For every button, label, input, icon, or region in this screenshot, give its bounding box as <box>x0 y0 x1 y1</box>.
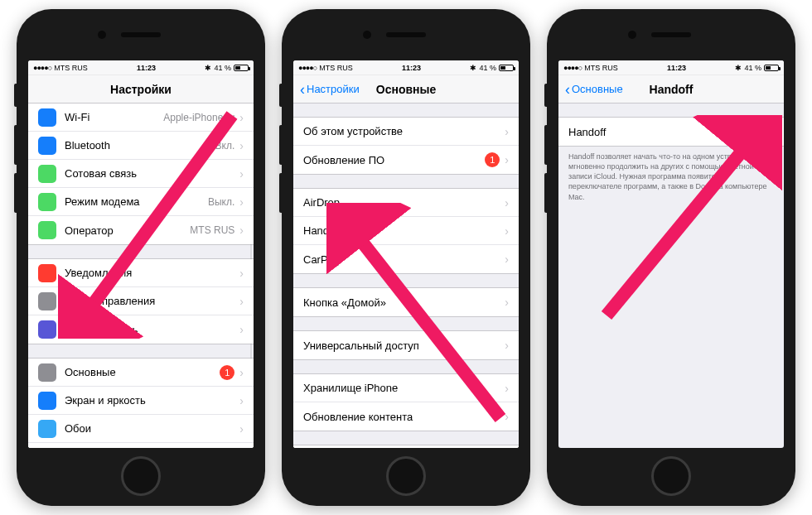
handoff-toggle[interactable] <box>741 122 774 142</box>
row-label: Handoff <box>303 224 505 237</box>
settings-row[interactable]: ОператорMTS RUS› <box>28 216 254 244</box>
group-accessibility: Универсальный доступ› <box>293 330 519 360</box>
home-button[interactable] <box>121 456 161 496</box>
row-badge: 1 <box>220 365 234 380</box>
phone-frame: ●●●●○ MTS RUS 11:23 ✱ 41 % ‹ Основные Ha… <box>547 9 795 506</box>
group-about: Об этом устройстве›Обновление ПО1› <box>293 117 519 175</box>
general-list[interactable]: Об этом устройстве›Обновление ПО1› AirDr… <box>293 103 519 448</box>
row-icon <box>38 193 56 211</box>
bluetooth-icon: ✱ <box>205 64 211 72</box>
chevron-right-icon: › <box>505 339 509 352</box>
settings-row[interactable]: Не беспокоить› <box>28 315 254 344</box>
settings-row[interactable]: Основные1› <box>28 359 254 387</box>
handoff-content: Handoff Handoff позволяет начать что-то … <box>558 103 784 448</box>
chevron-right-icon: › <box>505 253 509 266</box>
nav-bar: Настройки <box>28 75 254 103</box>
row-label: Сотовая связь <box>65 167 239 180</box>
row-detail: Apple-iPhone.ru <box>163 112 234 123</box>
back-label: Основные <box>572 83 623 95</box>
settings-row[interactable]: Handoff› <box>293 217 519 245</box>
settings-row[interactable]: Обои› <box>28 415 254 443</box>
row-label: Не беспокоить <box>65 324 239 336</box>
screen-general: ●●●●○ MTS RUS 11:23 ✱ 41 % ‹ Настройки О… <box>293 60 519 448</box>
chevron-right-icon: › <box>239 167 244 180</box>
settings-row[interactable]: Обновление ПО1› <box>293 146 519 174</box>
home-button[interactable] <box>651 456 691 496</box>
settings-row[interactable]: Об этом устройстве› <box>293 118 519 146</box>
settings-row[interactable]: Wi-FiApple-iPhone.ru› <box>28 103 254 132</box>
settings-row[interactable]: AirDrop› <box>293 189 519 217</box>
chevron-right-icon: › <box>505 153 509 166</box>
settings-row[interactable]: Режим модемаВыкл.› <box>28 188 254 216</box>
screen-handoff: ●●●●○ MTS RUS 11:23 ✱ 41 % ‹ Основные Ha… <box>558 60 784 448</box>
chevron-right-icon: › <box>239 111 244 124</box>
group-restrictions: ОграниченияВыкл.› <box>293 445 519 448</box>
chevron-left-icon: ‹ <box>300 82 305 97</box>
group-handoff: Handoff <box>558 117 784 147</box>
settings-row[interactable]: Экран и яркость› <box>28 387 254 415</box>
row-handoff-toggle[interactable]: Handoff <box>558 118 784 146</box>
row-detail: Выкл. <box>208 196 234 208</box>
settings-row[interactable]: ОграниченияВыкл.› <box>293 445 519 448</box>
back-label: Настройки <box>307 83 360 95</box>
signal-icon: ●●●●○ <box>563 64 582 72</box>
group-connectivity: AirDrop›Handoff›CarPlay› <box>293 188 519 274</box>
row-label: Handoff <box>568 126 741 138</box>
settings-list[interactable]: Wi-FiApple-iPhone.ru›BluetoothВкл.›Сотов… <box>28 103 254 448</box>
row-label: Обои <box>65 422 239 435</box>
toggle-knob <box>756 123 772 140</box>
status-time: 11:23 <box>618 64 736 72</box>
bluetooth-icon: ✱ <box>735 64 742 72</box>
phone-camera <box>98 31 106 39</box>
settings-row[interactable]: Хранилище iPhone› <box>293 374 519 402</box>
chevron-left-icon: ‹ <box>565 82 570 97</box>
row-label: Основные <box>65 366 220 378</box>
settings-row[interactable]: Обновление контента› <box>293 402 519 431</box>
row-detail: MTS RUS <box>190 224 234 236</box>
chevron-right-icon: › <box>505 125 509 138</box>
row-label: Уведомления <box>65 267 239 279</box>
phone-frame: ●●●●○ MTS RUS 11:23 ✱ 41 % ‹ Настройки О… <box>282 9 530 506</box>
battery-percent: 41 % <box>214 64 231 72</box>
settings-row[interactable]: Кнопка «Домой»› <box>293 288 519 316</box>
status-time: 11:23 <box>353 64 471 72</box>
row-icon <box>38 363 56 382</box>
row-label: Хранилище iPhone <box>303 382 505 394</box>
row-label: Универсальный доступ <box>303 339 505 352</box>
settings-row[interactable]: CarPlay› <box>293 245 519 273</box>
chevron-right-icon: › <box>505 382 509 395</box>
row-label: Обновление ПО <box>303 154 485 166</box>
row-icon <box>38 292 56 310</box>
carrier-label: MTS RUS <box>584 64 618 72</box>
settings-row[interactable]: Универсальный доступ› <box>293 331 519 359</box>
row-icon <box>38 137 56 155</box>
battery-percent: 41 % <box>479 64 496 72</box>
chevron-right-icon: › <box>239 195 244 209</box>
settings-row[interactable]: Уведомления› <box>28 259 254 287</box>
row-label: Режим модема <box>65 195 208 208</box>
chevron-right-icon: › <box>239 366 244 379</box>
signal-icon: ●●●●○ <box>298 64 317 72</box>
status-time: 11:23 <box>88 64 205 72</box>
row-label: CarPlay <box>303 253 505 266</box>
group-storage: Хранилище iPhone›Обновление контента› <box>293 373 519 431</box>
battery-percent: 41 % <box>744 64 761 72</box>
battery-icon <box>234 65 249 71</box>
home-button[interactable] <box>386 456 426 496</box>
row-icon <box>38 221 56 239</box>
back-button[interactable]: ‹ Настройки <box>300 82 360 97</box>
phone-speaker <box>121 32 161 37</box>
back-button[interactable]: ‹ Основные <box>565 82 623 97</box>
settings-row[interactable]: Сотовая связь› <box>28 160 254 188</box>
handoff-description: Handoff позволяет начать что-то на одном… <box>558 147 784 202</box>
chevron-right-icon: › <box>239 422 244 436</box>
page-title: Настройки <box>28 83 254 96</box>
settings-row[interactable]: BluetoothВкл.› <box>28 132 254 160</box>
row-icon <box>38 448 56 449</box>
settings-row[interactable]: Звуки, тактильные сигналы› <box>28 443 254 448</box>
settings-row[interactable]: Пункт управления› <box>28 287 254 315</box>
row-icon <box>38 320 56 339</box>
group-notifications: Уведомления›Пункт управления›Не беспокои… <box>28 258 254 344</box>
chevron-right-icon: › <box>239 323 244 336</box>
chevron-right-icon: › <box>505 410 509 423</box>
